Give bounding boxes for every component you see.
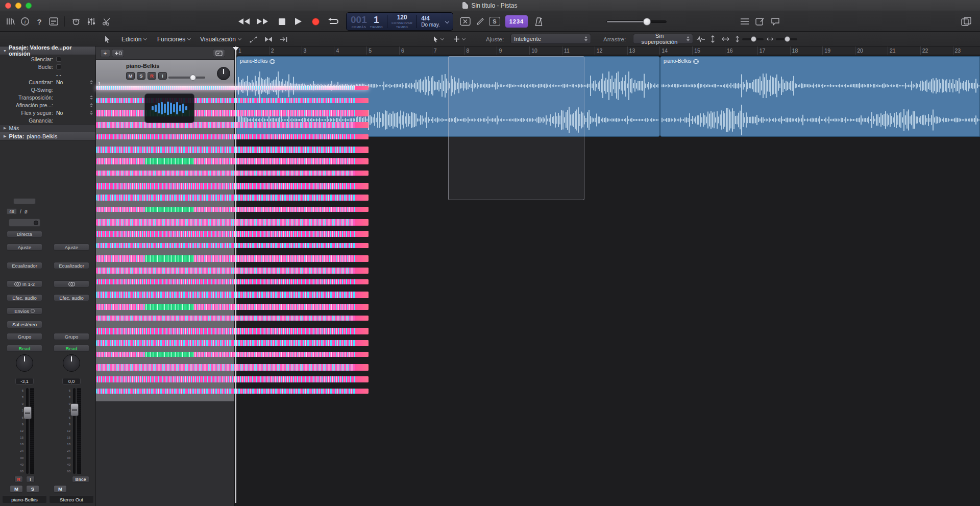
media-browser-button[interactable] <box>960 15 973 28</box>
metronome-button[interactable] <box>532 15 545 28</box>
stepper-icon[interactable] <box>90 95 93 100</box>
input-slot-button[interactable]: In 1-2 <box>7 280 42 287</box>
menu-edicion[interactable]: Edición <box>121 32 146 46</box>
ruler-bar-label[interactable]: 10 <box>529 46 562 55</box>
ruler-bar-label[interactable]: 14 <box>659 46 692 55</box>
eq-slot-button[interactable]: Ecualizador <box>7 262 42 269</box>
ruler-bar-label[interactable]: 18 <box>790 46 823 55</box>
event-list-button[interactable] <box>738 15 751 28</box>
strip-name[interactable]: Stereo Out <box>49 495 94 503</box>
close-button[interactable] <box>5 3 11 9</box>
track-record-button[interactable]: R <box>148 72 156 80</box>
track-pan-knob[interactable] <box>217 67 230 80</box>
volume-fader[interactable] <box>73 388 76 474</box>
mute-button[interactable]: M <box>10 485 23 493</box>
strip-setting-slot[interactable] <box>13 198 36 204</box>
stepper-icon[interactable] <box>90 103 93 107</box>
directa-button[interactable]: Directa <box>7 231 42 237</box>
notepad-button[interactable] <box>753 15 767 28</box>
ruler-bar-label[interactable]: 17 <box>757 46 790 55</box>
ruler-bar-label[interactable]: 23 <box>953 46 980 55</box>
ajuste-slot-button[interactable]: Ajuste <box>54 244 89 251</box>
ruler-bar-label[interactable]: 3 <box>302 46 334 55</box>
sends-slot-button[interactable]: Envios <box>7 307 42 315</box>
flex-value[interactable]: No <box>56 110 63 116</box>
fader-cap[interactable] <box>23 406 32 419</box>
volume-slider-thumb[interactable] <box>643 18 651 26</box>
ruler-bar-label[interactable]: 19 <box>822 46 855 55</box>
pan-knob[interactable] <box>63 354 80 372</box>
snap-mode-dropdown[interactable]: Inteligente <box>510 34 591 44</box>
lcd-chevron-icon[interactable] <box>445 19 449 23</box>
toolbar-toggle-button[interactable] <box>47 15 60 28</box>
ruler-bar-label[interactable]: 7 <box>432 46 464 55</box>
ruler-bar-label[interactable]: 13 <box>627 46 660 55</box>
count-in-button[interactable]: 1234 <box>505 15 528 28</box>
horizontal-zoom-slider[interactable] <box>776 37 797 42</box>
strip-name[interactable]: piano-Belkis <box>2 495 47 503</box>
ruler-bar-label[interactable]: 4 <box>334 46 366 55</box>
volume-readout[interactable]: 0,0 <box>62 378 81 384</box>
group-slot-button[interactable]: Grupo <box>54 333 89 340</box>
library-button[interactable] <box>4 15 17 28</box>
playhead[interactable] <box>235 46 236 503</box>
bounce-button[interactable]: Bnce <box>72 476 89 483</box>
rewind-button[interactable] <box>237 14 251 29</box>
command-click-tool-menu[interactable] <box>453 32 465 46</box>
fader-cap[interactable] <box>70 403 79 416</box>
forward-button[interactable] <box>255 14 270 29</box>
replace-button[interactable] <box>458 15 472 28</box>
mixer-button[interactable] <box>85 15 98 28</box>
ruler-bar-label[interactable]: 16 <box>725 46 757 55</box>
volume-fader[interactable] <box>26 388 29 474</box>
ruler-bar-label[interactable]: 5 <box>366 46 399 55</box>
silenciar-checkbox[interactable] <box>56 57 61 62</box>
inspector-button[interactable]: i <box>18 15 32 28</box>
ruler-bar-label[interactable]: 6 <box>399 46 432 55</box>
stepper-icon[interactable] <box>90 111 93 115</box>
move-to-playhead-button[interactable] <box>280 32 288 46</box>
group-slot-button[interactable]: Grupo <box>7 333 42 340</box>
automation-mode-button[interactable]: Read <box>54 345 89 352</box>
track-header-config-button[interactable] <box>213 49 225 57</box>
solo-button[interactable]: S <box>26 485 39 493</box>
track-mute-button[interactable]: M <box>126 72 135 80</box>
horizontal-auto-zoom-button[interactable] <box>722 32 729 46</box>
editors-button[interactable] <box>100 15 113 28</box>
phase-icon[interactable]: ø <box>24 209 28 214</box>
zoom-window-button[interactable] <box>26 3 32 9</box>
ajuste-slot-button[interactable]: Ajuste <box>7 244 42 251</box>
ruler-bar-label[interactable]: 9 <box>497 46 529 55</box>
solo-mode-button[interactable]: S <box>488 15 501 28</box>
menu-visualizacion[interactable]: Visualización <box>200 32 241 46</box>
gain-reduction-box[interactable] <box>9 219 40 227</box>
smart-controls-button[interactable] <box>69 15 83 28</box>
catch-playhead-button[interactable] <box>104 32 111 46</box>
audio-fx-slot-button[interactable]: Efec. audio <box>7 294 42 301</box>
stereo-format-button[interactable] <box>54 280 89 287</box>
cycle-button[interactable] <box>326 14 340 29</box>
ruler-bar-label[interactable]: 21 <box>888 46 920 55</box>
region-inspector-header[interactable]: ▼ Pasaje: Valores de...por omisión <box>0 46 95 55</box>
arrange-area[interactable]: 1234567891011121314151617181920212223 pi… <box>235 46 980 506</box>
playhead-marker-icon[interactable] <box>233 47 239 51</box>
bit-depth-badge[interactable]: 48 <box>7 208 17 214</box>
slash-icon[interactable]: / <box>20 209 21 214</box>
chat-button[interactable] <box>769 15 782 28</box>
track-volume-slider[interactable] <box>168 75 205 81</box>
track-header[interactable]: piano-Belkis M S R I <box>96 60 234 87</box>
tuner-button[interactable] <box>474 15 487 28</box>
automation-mode-button[interactable]: Read <box>7 345 42 352</box>
pan-knob[interactable] <box>16 354 33 372</box>
bar-ruler[interactable]: 1234567891011121314151617181920212223 <box>235 46 980 55</box>
stop-button[interactable] <box>275 14 289 29</box>
stepper-icon[interactable] <box>90 80 93 84</box>
crossfade-button[interactable] <box>264 32 273 46</box>
ruler-bar-label[interactable]: 15 <box>692 46 725 55</box>
lcd-display[interactable]: 001 COMPÁS 1 TIEMPO 120 CONSERVAR TEMPO … <box>346 12 453 31</box>
add-track-button[interactable]: + <box>100 49 110 57</box>
volume-readout[interactable]: -3,1 <box>15 378 34 384</box>
master-volume-slider[interactable] <box>606 18 667 25</box>
quick-help-button[interactable]: ? <box>33 15 46 28</box>
output-slot-button[interactable]: Sal estéreo <box>7 321 42 328</box>
